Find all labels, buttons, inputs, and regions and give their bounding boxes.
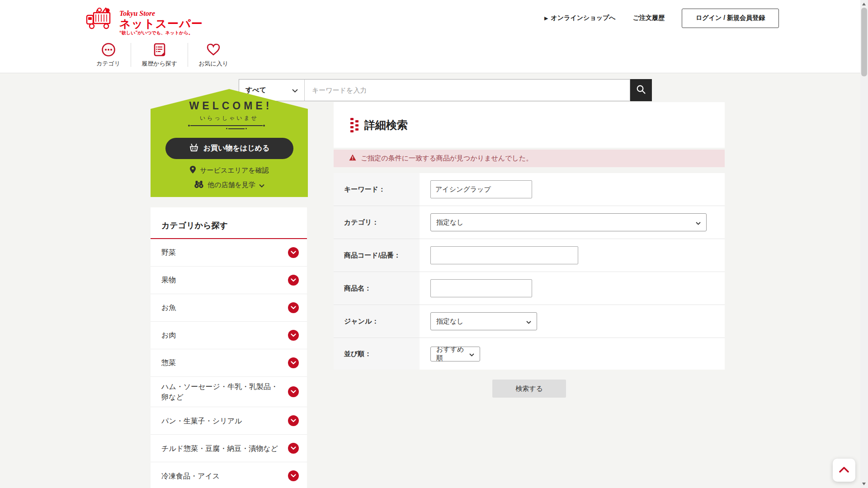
- chevron-down-circle-icon: [288, 302, 299, 313]
- page: Tokyu Store ネットスーパー “欲しい”がいつでも、ネットから。 ▶ …: [0, 0, 868, 488]
- category-list-item[interactable]: パン・生菓子・シリアル: [151, 407, 307, 435]
- logo-name-en: Tokyu Store: [119, 10, 203, 18]
- form-row-category: カテゴリ： 指定なし: [334, 206, 725, 239]
- form-row-product-name: 商品名：: [334, 272, 725, 305]
- category-sidebar: カテゴリから探す 野菜 果物 お魚: [151, 207, 307, 488]
- order-history-label: ご注文履歴: [633, 14, 665, 22]
- category-label: 野菜: [161, 247, 279, 258]
- search-form: キーワード： カテゴリ： 指定なし 商品コード/品番：: [334, 173, 725, 370]
- quick-link-history[interactable]: 履歴から探す: [131, 42, 188, 68]
- quick-link-category[interactable]: カテゴリ: [86, 42, 131, 68]
- quick-link-favorites[interactable]: お気に入り: [188, 42, 239, 68]
- form-row-keyword: キーワード：: [334, 173, 725, 206]
- field-label: 商品コード/品番：: [334, 239, 420, 272]
- no-results-alert: ご指定の条件に一致する商品が見つかりませんでした。: [334, 150, 725, 167]
- back-to-top-button[interactable]: [833, 459, 855, 482]
- red-dots-icon: [350, 118, 359, 132]
- online-shop-link[interactable]: ▶ オンラインショップへ: [544, 14, 616, 22]
- category-list: 野菜 果物 お魚 お肉: [151, 239, 307, 488]
- category-label: チルド惣菜・豆腐・納豆・漬物など: [161, 443, 279, 454]
- field-label: カテゴリ：: [334, 206, 420, 239]
- genre-select-value: 指定なし: [436, 317, 464, 326]
- chevron-down-circle-icon: [288, 443, 299, 454]
- welcome-title: WELCOME!: [186, 100, 273, 112]
- service-area-label: サービスエリアを確認: [200, 166, 269, 175]
- field-label: ジャンル：: [334, 305, 420, 338]
- genre-select[interactable]: 指定なし: [430, 312, 537, 330]
- product-code-field[interactable]: [430, 246, 578, 264]
- search-button[interactable]: [630, 79, 652, 101]
- form-row-sort: 並び順： おすすめ順: [334, 338, 725, 370]
- category-select[interactable]: 指定なし: [430, 213, 707, 231]
- category-list-item[interactable]: ハム・ソーセージ・牛乳・乳製品・卵など: [151, 377, 307, 407]
- category-sidebar-title: カテゴリから探す: [151, 207, 307, 239]
- category-label: 冷凍食品・アイス: [161, 471, 279, 481]
- category-list-item[interactable]: 冷凍食品・アイス: [151, 462, 307, 488]
- category-list-item[interactable]: お魚: [151, 294, 307, 322]
- decorative-underline: [189, 125, 270, 130]
- chevron-down-circle-icon: [288, 415, 299, 426]
- start-shopping-label: お買い物をはじめる: [203, 144, 270, 153]
- search-submit-button[interactable]: 検索する: [492, 380, 566, 398]
- chevron-down-icon: [292, 86, 298, 94]
- detail-search-section: 詳細検索 ご指定の条件に一致する商品が見つかりませんでした。 キーワード： カテ…: [334, 102, 725, 398]
- chevron-down-icon: [259, 181, 264, 189]
- category-label: 果物: [161, 275, 279, 285]
- search-input[interactable]: [304, 79, 630, 101]
- warning-triangle-icon: [349, 154, 356, 163]
- vertical-scrollbar[interactable]: [860, 0, 868, 488]
- shopping-basket-icon: [189, 143, 199, 154]
- search-scope-value: すべて: [245, 86, 266, 94]
- page-title: 詳細検索: [364, 118, 408, 132]
- quick-link-label: お気に入り: [198, 60, 228, 68]
- scroll-up-arrow[interactable]: [862, 3, 866, 5]
- scroll-down-arrow[interactable]: [862, 483, 866, 485]
- logo-name-ja: ネットスーパー: [119, 18, 203, 29]
- chevron-down-icon: [469, 350, 474, 358]
- category-list-item[interactable]: チルド惣菜・豆腐・納豆・漬物など: [151, 435, 307, 462]
- magnifier-icon: [636, 84, 646, 96]
- quick-link-label: 履歴から探す: [142, 60, 177, 68]
- category-list-item[interactable]: お肉: [151, 322, 307, 349]
- login-register-button[interactable]: ログイン / 新規会員登録: [682, 9, 779, 28]
- field-label: キーワード：: [334, 173, 420, 206]
- other-stores-link[interactable]: 他の店舗を見学: [194, 180, 264, 190]
- map-pin-icon: [189, 165, 196, 175]
- category-select-value: 指定なし: [436, 218, 464, 227]
- chevron-down-circle-icon: [288, 247, 299, 258]
- welcome-panel: WELCOME! いらっしゃいませ お買い物をはじめる サービスエ: [151, 89, 308, 197]
- category-label: お肉: [161, 330, 279, 340]
- online-shop-label: オンラインショップへ: [551, 14, 615, 22]
- history-list-icon: [152, 42, 167, 57]
- service-area-link[interactable]: サービスエリアを確認: [189, 165, 269, 175]
- binoculars-icon: [194, 180, 204, 190]
- search-bar: すべて: [239, 79, 652, 101]
- store-logo[interactable]: Tokyu Store ネットスーパー “欲しい”がいつでも、ネットから。: [86, 5, 203, 36]
- scrollbar-thumb[interactable]: [861, 8, 867, 76]
- start-shopping-button[interactable]: お買い物をはじめる: [165, 138, 293, 159]
- category-label: パン・生菓子・シリアル: [161, 416, 279, 426]
- product-name-field[interactable]: [430, 279, 532, 297]
- ellipsis-circle-icon: [101, 42, 116, 57]
- sort-select[interactable]: おすすめ順: [430, 347, 480, 361]
- sub-header: カテゴリ 履歴から探す: [0, 36, 868, 73]
- quick-links: カテゴリ 履歴から探す: [86, 42, 239, 68]
- quick-link-label: カテゴリ: [96, 60, 120, 68]
- category-list-item[interactable]: 果物: [151, 267, 307, 294]
- field-label: 商品名：: [334, 272, 420, 305]
- category-list-item[interactable]: 惣菜: [151, 349, 307, 377]
- form-row-genre: ジャンル： 指定なし: [334, 305, 725, 338]
- other-stores-label: 他の店舗を見学: [208, 181, 255, 189]
- alert-message: ご指定の条件に一致する商品が見つかりませんでした。: [361, 154, 533, 163]
- form-row-product-code: 商品コード/品番：: [334, 239, 725, 272]
- chevron-up-icon: [839, 466, 849, 474]
- category-list-item[interactable]: 野菜: [151, 239, 307, 267]
- category-label: ハム・ソーセージ・牛乳・乳製品・卵など: [161, 381, 279, 402]
- keyword-field[interactable]: [430, 180, 532, 198]
- order-history-link[interactable]: ご注文履歴: [633, 14, 665, 22]
- chevron-down-circle-icon: [288, 357, 299, 368]
- triangle-right-icon: ▶: [544, 15, 548, 21]
- category-label: お魚: [161, 302, 279, 313]
- chevron-down-circle-icon: [288, 470, 299, 481]
- field-label: 並び順：: [334, 338, 420, 370]
